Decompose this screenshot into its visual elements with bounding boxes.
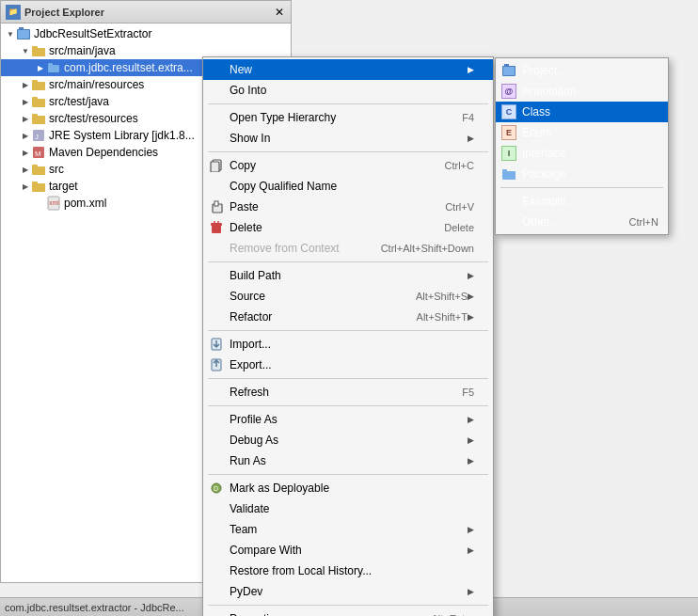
svg-rect-33 [211,223,222,226]
menu-item-validate[interactable]: Validate [203,498,493,519]
other-shortcut: Ctrl+N [629,216,658,228]
menu-label: Mark as Deployable [230,482,474,495]
submenu-separator [500,187,663,188]
menu-label: Import... [230,338,474,351]
sub-label: Enum [522,126,658,139]
menu-item-open-type[interactable]: Open Type Hierarchy F4 [203,107,493,128]
menu-item-paste[interactable]: Paste Ctrl+V [203,197,493,217]
project-icon [16,26,31,41]
menu-item-run-as[interactable]: Run As ▶ [203,450,493,471]
menu-item-pydev[interactable]: PyDev ▶ [203,581,493,602]
menu-item-new[interactable]: New ▶ Project... @ Annotation C [203,59,493,80]
svg-rect-10 [32,97,38,100]
folder-icon [31,94,46,109]
expand-arrow: ▶ [20,149,31,157]
menu-item-debug-as[interactable]: Debug As ▶ [203,430,493,450]
folder-icon [31,179,46,194]
deploy-icon: D [208,480,225,497]
sub-label: Other... [522,215,629,229]
svg-rect-6 [48,63,53,66]
menu-item-compare-with[interactable]: Compare With ▶ [203,540,493,561]
sub-label: Class [522,105,658,118]
tree-label: pom.xml [64,197,106,210]
svg-rect-12 [32,114,38,117]
menu-item-delete[interactable]: Delete Delete [203,217,493,238]
menu-label: Open Type Hierarchy [230,111,452,124]
copy-icon [208,157,225,174]
submenu-item-interface[interactable]: I Interface [496,143,668,164]
folder-icon [31,77,46,92]
svg-rect-11 [32,116,45,124]
menu-item-restore-history[interactable]: Restore from Local History... [203,561,493,581]
submenu-item-example[interactable]: Example... [496,191,668,212]
menu-item-properties[interactable]: Properties Alt+Enter [203,608,493,616]
menu-item-build-path[interactable]: Build Path ▶ [203,265,493,286]
svg-rect-25 [503,67,515,75]
svg-rect-17 [32,166,45,175]
sub-label: Annotation [522,85,658,98]
submenu-arrow-icon: ▶ [468,587,474,596]
submenu-arrow-icon: ▶ [468,415,474,424]
export-icon [208,356,225,373]
menu-label: Run As [230,454,468,467]
sub-label: Project... [522,64,658,77]
svg-rect-31 [214,201,218,206]
menu-label: Team [230,523,468,536]
example-icon [500,193,517,210]
menu-item-team[interactable]: Team ▶ [203,519,493,540]
menu-item-refresh[interactable]: Refresh F5 [203,382,493,403]
submenu-arrow-icon: ▶ [468,435,474,445]
submenu-arrow-icon: ▶ [468,456,474,466]
submenu-item-annotation[interactable]: @ Annotation [496,81,668,102]
menu-item-show-in[interactable]: Show In ▶ [203,128,493,149]
library-icon: J [31,128,46,143]
menu-item-import[interactable]: Import... [203,334,493,355]
folder-icon [31,43,46,58]
menu-item-mark-deployable[interactable]: D Mark as Deployable [203,478,493,498]
maven-icon: M [31,145,46,160]
submenu-item-package[interactable]: Package [496,164,668,184]
submenu-arrow-icon: ▶ [468,65,474,74]
separator-4 [208,330,488,331]
svg-rect-27 [502,169,507,172]
menu-item-copy[interactable]: Copy Ctrl+C [203,155,493,176]
tree-label: com.jdbc.resultset.extra... [64,61,193,74]
separator-3 [208,261,488,262]
expand-arrow: ▼ [20,47,31,55]
submenu-item-other[interactable]: Other... Ctrl+N [496,212,668,232]
submenu-item-project[interactable]: Project... [496,60,668,81]
menu-label: Profile As [230,413,468,426]
submenu-arrow-icon: ▶ [468,545,474,555]
menu-label: Paste [230,200,436,213]
menu-item-refactor[interactable]: Refactor Alt+Shift+T ▶ [203,307,493,327]
close-icon[interactable]: ✕ [273,6,286,19]
separator-5 [208,378,488,379]
enum-icon: E [500,124,517,141]
menu-item-copy-qualified[interactable]: Copy Qualified Name [203,176,493,197]
menu-item-profile-as[interactable]: Profile As ▶ [203,409,493,430]
menu-label: Copy [230,159,436,172]
shortcut: F4 [462,112,474,123]
svg-rect-7 [32,82,45,90]
menu-label: Remove from Context [230,242,372,255]
svg-rect-4 [32,46,38,49]
submenu-item-class[interactable]: C Class [496,102,668,122]
tree-label: src/test/java [49,95,109,108]
expand-arrow: ▶ [20,81,31,89]
menu-label: PyDev [230,585,468,598]
new-icon [208,61,225,78]
submenu-item-enum[interactable]: E Enum [496,122,668,143]
menu-item-go-into[interactable]: Go Into [203,80,493,101]
svg-rect-26 [502,171,516,180]
tree-label: JdbcResultSetExtractor [34,27,151,40]
menu-item-export[interactable]: Export... [203,355,493,375]
menu-item-remove-context[interactable]: Remove from Context Ctrl+Alt+Shift+Down [203,238,493,259]
submenu-arrow-icon: ▶ [468,292,474,301]
menu-item-source[interactable]: Source Alt+Shift+S ▶ [203,286,493,307]
paste-icon [208,198,225,215]
expand-arrow: ▶ [20,166,31,174]
svg-text:D: D [214,485,218,492]
tree-item-jdbc-extractor[interactable]: ▼ JdbcResultSetExtractor [1,25,291,42]
separator-2 [208,151,488,152]
separator-1 [208,103,488,104]
